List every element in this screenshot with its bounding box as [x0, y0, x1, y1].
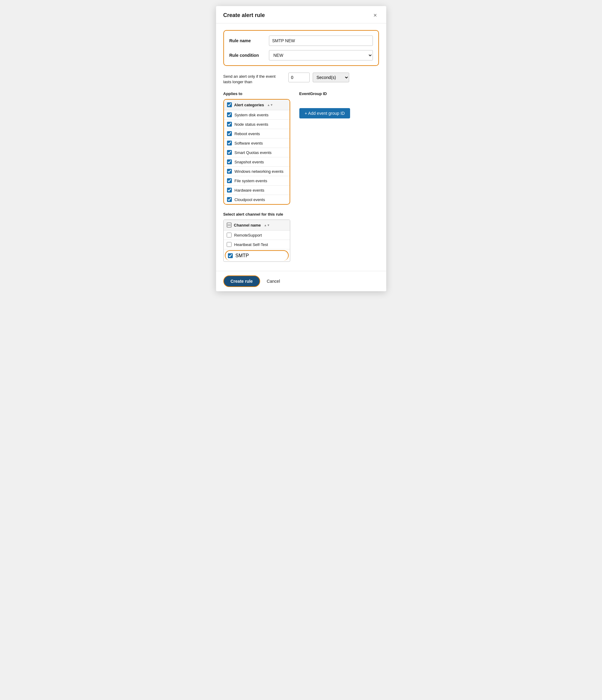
categories-sort-icon[interactable]: ▲▼	[267, 103, 273, 107]
rule-condition-select[interactable]: NEW CRITICAL WARNING OK	[269, 50, 373, 60]
channel-header-row: Channel name ▲▼	[224, 220, 290, 230]
list-item: Smart Quotas events	[224, 148, 290, 157]
node-status-label: Node status events	[235, 122, 268, 127]
remote-support-label: RemoteSupport	[234, 233, 262, 238]
all-categories-checkbox[interactable]	[227, 102, 232, 107]
applies-to-label: Applies to	[223, 92, 290, 96]
smart-quotas-label: Smart Quotas events	[235, 150, 272, 155]
windows-networking-label: Windows networking events	[235, 169, 284, 174]
indeterminate-icon	[227, 225, 231, 225]
duration-label: Send an alert only if the event lasts lo…	[223, 72, 284, 85]
heartbeat-label: Heartbeat Self-Test	[234, 242, 268, 247]
windows-networking-checkbox[interactable]	[227, 169, 232, 174]
list-item: Cloudpool events	[224, 195, 290, 204]
channel-section: Select alert channel for this rule Chann…	[223, 212, 379, 262]
list-item: Snapshot events	[224, 157, 290, 167]
snapshot-label: Snapshot events	[235, 160, 264, 164]
applies-section: Applies to Alert categories ▲▼ System di…	[223, 92, 379, 205]
cloudpool-checkbox[interactable]	[227, 197, 232, 202]
indeterminate-checkbox[interactable]	[227, 223, 232, 227]
rule-name-input[interactable]	[269, 35, 373, 46]
smart-quotas-checkbox[interactable]	[227, 150, 232, 155]
dialog-footer: Create rule Cancel	[216, 271, 386, 291]
rule-name-condition-section: Rule name Rule condition NEW CRITICAL WA…	[223, 30, 379, 66]
close-button[interactable]: ×	[372, 11, 379, 19]
list-item: Reboot events	[224, 129, 290, 139]
reboot-label: Reboot events	[235, 131, 260, 136]
list-item: Software events	[224, 139, 290, 148]
create-rule-button[interactable]: Create rule	[223, 275, 260, 287]
list-item: Hardware events	[224, 185, 290, 195]
dialog-header: Create alert rule ×	[216, 6, 386, 23]
categories-box: Alert categories ▲▼ System disk events N…	[223, 99, 290, 205]
dialog-title: Create alert rule	[223, 12, 265, 19]
rule-condition-label: Rule condition	[230, 53, 269, 58]
channel-header-label: Channel name	[234, 223, 261, 227]
smtp-label: SMTP	[236, 253, 249, 258]
duration-section: Send an alert only if the event lasts lo…	[223, 72, 379, 85]
hardware-label: Hardware events	[235, 188, 264, 193]
file-system-label: File system events	[235, 179, 267, 183]
list-item: Node status events	[224, 120, 290, 129]
smtp-checkbox[interactable]	[228, 253, 233, 258]
cancel-button[interactable]: Cancel	[264, 276, 283, 286]
dialog-body: Rule name Rule condition NEW CRITICAL WA…	[216, 23, 386, 268]
event-group-label: EventGroup ID	[299, 92, 379, 96]
smtp-row-inner: SMTP	[225, 251, 288, 260]
remote-support-checkbox[interactable]	[227, 233, 232, 238]
event-group-section: EventGroup ID + Add event group ID	[299, 92, 379, 119]
rule-name-label: Rule name	[230, 38, 269, 43]
heartbeat-checkbox[interactable]	[227, 242, 232, 247]
software-checkbox[interactable]	[227, 141, 232, 146]
node-status-checkbox[interactable]	[227, 122, 232, 127]
system-disk-checkbox[interactable]	[227, 112, 232, 117]
rule-condition-row: Rule condition NEW CRITICAL WARNING OK	[230, 50, 373, 60]
channel-box: Channel name ▲▼ RemoteSupport Heartbeat …	[223, 220, 290, 262]
system-disk-label: System disk events	[235, 112, 269, 117]
smtp-row: SMTP	[225, 250, 289, 260]
list-item: Windows networking events	[224, 167, 290, 176]
list-item: System disk events	[224, 110, 290, 120]
categories-header-row: Alert categories ▲▼	[224, 100, 290, 110]
hardware-checkbox[interactable]	[227, 188, 232, 193]
file-system-checkbox[interactable]	[227, 178, 232, 183]
list-item: RemoteSupport	[224, 230, 290, 240]
software-label: Software events	[235, 141, 263, 146]
channel-section-label: Select alert channel for this rule	[223, 212, 379, 217]
applies-left: Applies to Alert categories ▲▼ System di…	[223, 92, 290, 205]
list-item: File system events	[224, 176, 290, 185]
categories-header-label: Alert categories	[234, 103, 264, 107]
list-item: Heartbeat Self-Test	[224, 240, 290, 249]
rule-name-row: Rule name	[230, 35, 373, 46]
duration-unit-select[interactable]: Second(s) Minute(s) Hour(s)	[313, 73, 349, 82]
cloudpool-label: Cloudpool events	[235, 197, 265, 202]
channel-sort-icon[interactable]: ▲▼	[264, 224, 270, 227]
duration-input[interactable]	[288, 73, 310, 82]
reboot-checkbox[interactable]	[227, 131, 232, 136]
create-alert-rule-dialog: Create alert rule × Rule name Rule condi…	[216, 6, 386, 291]
add-event-group-button[interactable]: + Add event group ID	[299, 108, 351, 119]
duration-controls: Second(s) Minute(s) Hour(s)	[288, 72, 349, 82]
snapshot-checkbox[interactable]	[227, 159, 232, 164]
